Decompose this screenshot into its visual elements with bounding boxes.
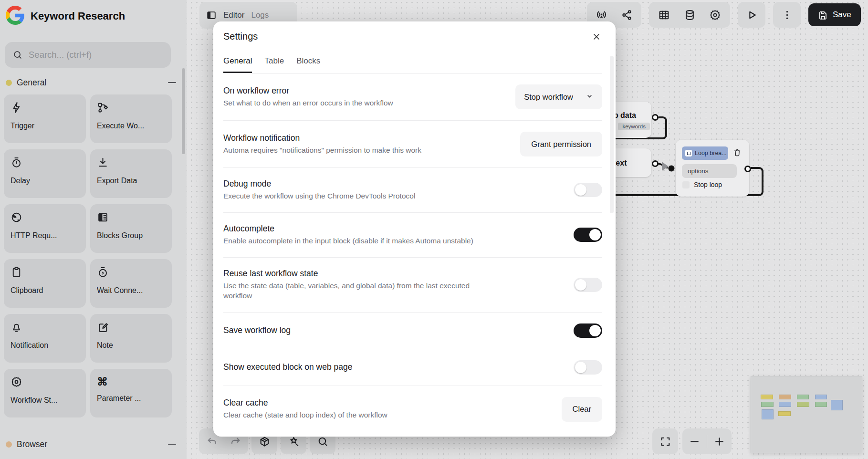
table-button[interactable] <box>654 4 675 25</box>
grant-permission-button[interactable]: Grant permission <box>520 132 602 156</box>
settings-row-clear-cache: Clear cacheClear cache (state and loop i… <box>223 386 602 433</box>
block-label: Export Data <box>97 177 165 185</box>
block-card-parameter[interactable]: ⌘Parameter ... <box>90 369 172 417</box>
options-field[interactable]: options <box>682 164 737 178</box>
block-card-execute-wo[interactable]: Execute Wo... <box>90 94 172 143</box>
fullscreen-button[interactable] <box>655 431 676 452</box>
block-card-workflow-st[interactable]: Workflow St... <box>4 369 86 417</box>
loop-breakpoint-chip[interactable]: Loop brea... <box>682 146 728 160</box>
block-card-blocks-group[interactable]: Blocks Group <box>90 204 172 253</box>
minus-button[interactable] <box>684 431 705 452</box>
section-browser[interactable]: Browser <box>6 437 176 451</box>
timer-bolt-icon <box>97 266 109 278</box>
section-label: Browser <box>17 439 163 449</box>
block-card-note[interactable]: Note <box>90 314 172 363</box>
setting-description: Enable autocomplete in the input block (… <box>223 236 473 246</box>
plus-icon <box>713 436 725 448</box>
toolbar-group <box>682 428 732 454</box>
block-label: Trigger <box>10 122 79 130</box>
node-tag: keywords <box>618 123 650 130</box>
tab-editor[interactable]: Editor <box>223 10 244 20</box>
section-dot <box>6 80 12 86</box>
on-workflow-error-select[interactable]: Stop workflow <box>515 84 602 109</box>
minimap-node <box>831 400 843 410</box>
block-card-export-data[interactable]: Export Data <box>90 149 172 198</box>
node-output-handle[interactable] <box>652 114 659 121</box>
database-icon <box>684 9 696 21</box>
globe-icon <box>10 211 22 223</box>
settings-modal: Settings GeneralTableBlocks On workflow … <box>213 21 616 437</box>
settings-tab-general[interactable]: General <box>223 56 252 73</box>
settings-row-workflow-notification: Workflow notificationAutoma requires "no… <box>223 121 602 168</box>
minimap-node <box>779 402 791 407</box>
toggle-knob <box>589 229 601 240</box>
plus-button[interactable] <box>709 431 730 452</box>
play-button[interactable] <box>741 4 762 25</box>
save-button[interactable]: Save <box>808 3 861 26</box>
autocomplete-toggle[interactable] <box>574 228 602 242</box>
close-button[interactable] <box>591 31 602 44</box>
stop-loop-checkbox[interactable] <box>682 181 690 188</box>
minimap[interactable] <box>751 376 862 453</box>
close-icon <box>592 36 601 43</box>
stop-loop-label: Stop loop <box>694 181 722 188</box>
wand-star-icon <box>288 436 300 448</box>
block-label: HTTP Requ... <box>10 231 79 240</box>
block-card-wait-conne[interactable]: Wait Conne... <box>90 259 172 308</box>
collapse-icon[interactable] <box>168 82 176 83</box>
broadcast-icon <box>596 9 607 21</box>
panel-toggle-icon <box>206 10 217 21</box>
clear-button[interactable]: Clear <box>562 397 602 422</box>
search-input[interactable]: Search... (ctrl+f) <box>5 42 171 68</box>
setting-title: Debug mode <box>223 179 415 189</box>
workflow-edge <box>659 116 667 139</box>
block-card-http-requ[interactable]: HTTP Requ... <box>4 204 86 253</box>
modal-title: Settings <box>223 31 258 42</box>
collapse-icon[interactable] <box>168 444 176 445</box>
save-icon <box>818 10 828 20</box>
settings-tab-table[interactable]: Table <box>264 56 284 73</box>
block-card-trigger[interactable]: Trigger <box>4 94 86 143</box>
search-icon <box>12 50 23 60</box>
section-general[interactable]: General <box>6 75 176 90</box>
block-card-notification[interactable]: Notification <box>4 314 86 363</box>
database-button[interactable] <box>679 4 700 25</box>
node-output-handle[interactable] <box>652 160 659 167</box>
toggle-knob <box>575 279 586 291</box>
debug-mode-toggle[interactable] <box>574 183 602 197</box>
blocks-group-icon <box>97 211 109 223</box>
sidebar-scrollbar[interactable] <box>182 68 185 154</box>
bell-icon <box>10 321 22 333</box>
minimap-node <box>779 395 791 399</box>
setting-title: Reuse last workflow state <box>223 269 500 279</box>
note-icon <box>97 321 109 333</box>
node-loop-breakpoint[interactable]: Loop brea... options Stop loop <box>676 140 749 197</box>
setting-title: Save workflow log <box>223 325 291 335</box>
settings-tab-blocks[interactable]: Blocks <box>296 56 320 73</box>
minus-icon <box>689 436 701 448</box>
node-output-handle[interactable] <box>744 166 751 172</box>
block-card-delay[interactable]: Delay <box>4 149 86 198</box>
trash-icon[interactable] <box>733 148 742 157</box>
block-label: Note <box>97 341 165 350</box>
gear-icon <box>10 376 22 388</box>
minimap-node <box>815 402 827 407</box>
setting-description: Automa requires "notifications" permissi… <box>223 146 421 156</box>
edge-connector <box>657 159 676 174</box>
gear-button[interactable] <box>705 4 726 25</box>
loop-breakpoint-icon <box>685 150 692 156</box>
setting-title: Show executed block on web page <box>223 362 352 372</box>
block-card-clipboard[interactable]: Clipboard <box>4 259 86 308</box>
save-workflow-log-toggle[interactable] <box>574 323 602 338</box>
block-label: Workflow St... <box>10 396 79 405</box>
save-label: Save <box>833 10 851 20</box>
modal-scrollbar[interactable] <box>610 56 614 213</box>
tab-logs[interactable]: Logs <box>251 10 269 20</box>
kebab-button[interactable] <box>776 4 797 25</box>
node-label: p data <box>614 111 636 120</box>
show-executed-block-on-web-page-toggle[interactable] <box>574 360 602 375</box>
kebab-icon <box>781 9 793 21</box>
workflow-edge <box>751 167 763 196</box>
share-button[interactable] <box>616 4 637 25</box>
reuse-last-workflow-state-toggle[interactable] <box>574 278 602 292</box>
